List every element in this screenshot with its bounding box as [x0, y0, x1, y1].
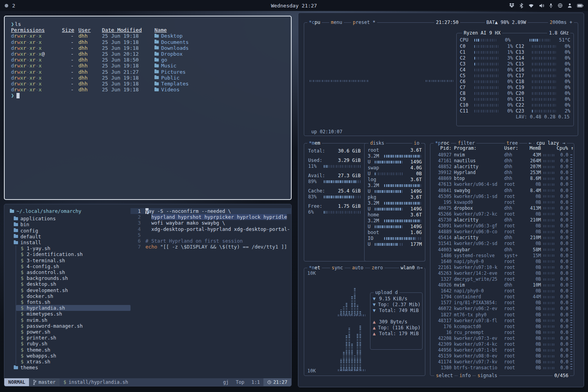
tree-item-ruby-sh[interactable]: $ruby.sh — [16, 341, 131, 347]
proc-select-button[interactable]: select — [434, 373, 454, 379]
process-row[interactable]: 1327dmcrypt_write/25root0B0.0 — [430, 276, 574, 282]
proc-info-button[interactable]: info — [458, 373, 472, 379]
editor-line[interactable]: 6# Start Hyprland on first session — [131, 238, 291, 244]
tree-item-bin[interactable]: bin — [10, 221, 131, 227]
tree-item-power-sh[interactable]: $power.sh — [16, 329, 131, 335]
tree-item-2-identification-sh[interactable]: $2-identification.sh — [16, 251, 131, 257]
wifi-icon[interactable] — [528, 4, 534, 8]
tree-item-asdcontrol-sh[interactable]: $asdcontrol.sh — [16, 269, 131, 275]
process-row[interactable]: 44003waybardhh58M0.0 — [430, 247, 574, 253]
process-row[interactable]: 48927nvimdhh43M0.0 — [430, 152, 574, 158]
tree-item-install[interactable]: install — [10, 240, 131, 245]
editor-line[interactable]: 5 — [131, 232, 291, 238]
volume-icon[interactable] — [539, 4, 544, 8]
tree-item-xtras-sh[interactable]: $xtras.sh — [16, 359, 131, 365]
proc-column-header[interactable]: User: — [504, 145, 522, 151]
process-row[interactable]: 1642napi/phy0-0root0B0.0 — [430, 288, 574, 294]
tree-item-themes[interactable]: themes — [10, 365, 131, 370]
proc-column-header[interactable]: Cpu% ↑ — [557, 145, 568, 151]
tree-item-theme-sh[interactable]: $theme.sh — [16, 347, 131, 353]
process-row[interactable]: 31541kworker/u96:2-sdroot0B0.0 — [430, 241, 574, 247]
dropbox-icon[interactable] — [509, 3, 514, 8]
process-row[interactable]: 1827mt76-tx phy0root0B0.0 — [430, 312, 574, 318]
tree-item-backgrounds-sh[interactable]: $backgrounds.sh — [16, 275, 131, 281]
bluetooth-icon[interactable] — [519, 3, 523, 8]
process-row[interactable]: 44956kworker/u97:1-btroot0B0.0 — [430, 347, 574, 353]
tree-item-printer-sh[interactable]: $printer.sh — [16, 335, 131, 341]
process-row[interactable]: 48841swaybgdhh8.4M0.0 — [430, 188, 574, 194]
process-row[interactable]: 48926nvimdhh10M0.0 — [430, 282, 574, 288]
process-row[interactable]: 45159kworker/u98:0-evroot0B0.0 — [430, 353, 574, 359]
tree-item-development-sh[interactable]: $development.sh — [16, 287, 131, 293]
process-row[interactable]: 41174kworker/u97:7-kvroot0B0.0 — [430, 359, 574, 365]
tree-item-docker-sh[interactable]: $docker.sh — [16, 293, 131, 299]
tree-item-default[interactable]: default — [10, 234, 131, 240]
menu-button[interactable]: menu — [329, 20, 344, 25]
process-row[interactable]: 42309kworker/u97:4-kcroot0B0.0 — [430, 341, 574, 347]
process-row[interactable]: 42208kworker/u97:3-evroot0B0.0 — [430, 336, 574, 341]
file-tree-root[interactable]: ~/.local/share/omarchy — [10, 208, 131, 214]
process-row[interactable]: 45414alacrittydhh210M0.0 — [430, 235, 574, 241]
process-row[interactable]: 43091kworker/u96:3-gfroot0B0.0 — [430, 223, 574, 229]
tree-item-fonts-sh[interactable]: $fonts.sh — [16, 299, 131, 305]
process-row[interactable]: 1380btrfs-transactioroot0B0.0 — [430, 365, 574, 371]
proc-tree-toggle[interactable]: tree — [505, 140, 519, 146]
process-row[interactable]: 45305kworker/u96:1-sdroot0B0.0 — [430, 194, 574, 200]
editor-line[interactable]: 4 xdg-desktop-portal-hyprland xdg-deskto… — [131, 226, 291, 232]
process-row[interactable]: 195kswapd0root0B0.0 — [430, 200, 574, 205]
proc-filter-button[interactable]: filter — [456, 140, 476, 146]
tree-item-3-terminal-sh[interactable]: $3-terminal.sh — [16, 258, 131, 263]
process-row[interactable]: 1486systemd-resolvesyst+15M0.0 — [430, 253, 574, 259]
prompt-line[interactable]: ❯ — [11, 93, 285, 98]
tree-item-mimetypes-sh[interactable]: $mimetypes.sh — [16, 311, 131, 317]
process-row[interactable]: 45263kworker/14:2-everoot0B0.0 — [430, 270, 574, 276]
process-row[interactable]: 48852alacrittydhh207M0.0 — [430, 164, 574, 170]
editor-line[interactable]: 3 wofi waybar mako swaybg \ — [131, 220, 291, 226]
editor-line[interactable]: 2 hyprland hyprshot hyprpicker hyprlock … — [131, 214, 291, 220]
tree-item-4-config-sh[interactable]: $4-config.sh — [16, 263, 131, 269]
tree-item-webapps-sh[interactable]: $webapps.sh — [16, 353, 131, 359]
editor-line[interactable]: 7echo "[[ -z \$DISPLAY && \$(tty) == /de… — [131, 244, 291, 250]
proc-signals-button[interactable]: signals — [476, 373, 499, 379]
battery-icon[interactable] — [577, 4, 583, 7]
proc-sort-next[interactable]: → — [561, 140, 567, 146]
proc-column-header[interactable] — [543, 145, 554, 151]
process-row[interactable]: 1794containerdroot44M0.0 — [430, 294, 574, 300]
proc-column-header[interactable]: Program: — [454, 145, 502, 151]
editor-buffer[interactable]: 1yay -S --noconfirm --needed \2 hyprland… — [131, 204, 291, 378]
proc-sort-prev[interactable]: ← — [527, 140, 533, 146]
process-row[interactable]: 46072kworker/u96:2-evroot0B0.0 — [430, 306, 574, 312]
process-row[interactable]: 39912Hyprlanddhh253M0.0 — [430, 170, 574, 176]
proc-column-header[interactable]: Pid: — [434, 145, 452, 151]
proc-column-header[interactable]: MemB — [524, 145, 541, 151]
disks-title[interactable]: disks — [368, 140, 386, 146]
process-row[interactable]: 22161kworker/u97:10-kroot0B0.0 — [430, 265, 574, 270]
globe-icon[interactable] — [558, 3, 563, 8]
editor-line[interactable]: 1yay -S --noconfirm --needed \ — [131, 208, 291, 214]
tree-item-nvim-sh[interactable]: $nvim.sh — [16, 317, 131, 323]
process-row[interactable]: 47613kworker/u96:4-sdroot0B0.0 — [430, 181, 574, 187]
process-row[interactable]: 48317kworker/u97:8-flroot0B0.0 — [430, 318, 574, 324]
process-row[interactable]: 176kcompactd0root0B0.0 — [430, 324, 574, 330]
process-row[interactable]: 40075dropboxdhh413M0.0 — [430, 205, 574, 211]
process-row[interactable]: 44889kworker/u96:0-coroot0B0.0 — [430, 229, 574, 235]
process-row[interactable]: 1640napi/phy0-0root0B0.0 — [430, 259, 574, 265]
tree-item-desktop-sh[interactable]: $desktop.sh — [16, 281, 131, 287]
user-icon[interactable] — [568, 3, 572, 8]
process-row[interactable]: 1577irq/81-PIXA3854:root0B0.0 — [430, 300, 574, 306]
process-row[interactable]: 48869btopdhh8.6M0.0 — [430, 176, 574, 181]
tree-item-hyprlandia-sh[interactable]: $hyprlandia.sh — [16, 305, 131, 311]
process-row[interactable]: 47161nautilusdhh264M0.0 — [430, 158, 574, 164]
workspace-indicator[interactable]: 2 — [5, 3, 15, 9]
process-row[interactable]: 16rcu_preemptroot0B0.0 — [430, 330, 574, 336]
preset-button[interactable]: preset * — [351, 20, 377, 25]
process-row[interactable]: 45730alacrittydhh210M0.0 — [430, 217, 574, 223]
tree-item-1-yay-sh[interactable]: $1-yay.sh — [16, 245, 131, 251]
proc-scrollbar[interactable] — [570, 154, 572, 369]
io-mode-toggle[interactable]: io — [412, 140, 421, 146]
mic-icon[interactable] — [549, 3, 553, 8]
process-row[interactable]: 45266kworker/u97:2-kcroot0B0.0 — [430, 211, 574, 217]
tree-item-password-manager-sh[interactable]: $password-manager.sh — [16, 323, 131, 329]
tree-item-applications[interactable]: applications — [10, 216, 131, 221]
tree-item-config[interactable]: config — [10, 228, 131, 234]
